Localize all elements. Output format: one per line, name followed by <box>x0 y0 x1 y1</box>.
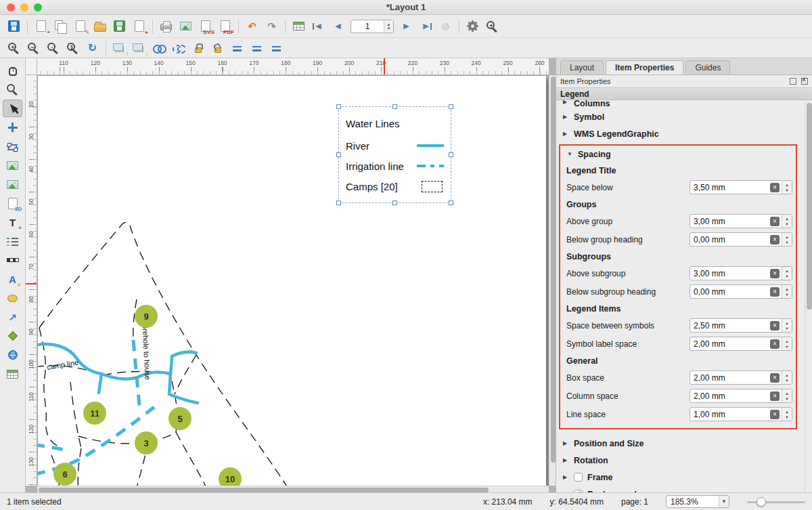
add-items-from-template-button[interactable]: ▸ <box>129 18 149 35</box>
above-subgroup-input[interactable]: 3,00 mm×▲▼ <box>690 266 792 280</box>
zoom-tool-button[interactable] <box>3 81 22 98</box>
below-subgroup-heading-input[interactable]: 0,00 mm×▲▼ <box>690 284 792 299</box>
zoom-full-button[interactable]: ▫ <box>43 39 63 57</box>
print-layout-button[interactable] <box>156 18 176 35</box>
line-space-input[interactable]: 1,00 mm×▲▼ <box>690 407 792 421</box>
layout-manager-button[interactable]: ✎ <box>70 18 90 35</box>
above-group-input[interactable]: 3,00 mm×▲▼ <box>690 214 792 228</box>
zoom-out-button[interactable]: − <box>24 39 43 57</box>
section-symbol[interactable]: ▶Symbol <box>556 108 804 125</box>
clear-icon[interactable]: × <box>770 235 780 245</box>
add-scalebar-button[interactable] <box>3 251 22 269</box>
scrollbar-thumb[interactable] <box>39 488 489 492</box>
section-columns[interactable]: ▶Columns <box>556 100 804 108</box>
map-item[interactable]: camp line Borehole to house 91153610 <box>38 76 546 486</box>
last-feature-button[interactable]: ▶ <box>416 18 436 35</box>
tab-item-properties[interactable]: Item Properties <box>606 60 683 75</box>
tab-layout[interactable]: Layout <box>560 60 604 75</box>
export-as-svg-button[interactable]: SVG <box>196 18 215 35</box>
add-north-arrow-button[interactable]: A★ <box>3 270 22 288</box>
clear-icon[interactable]: × <box>770 269 780 278</box>
legend-item-selected[interactable]: Water Lines RiverIrrigation lineCamps [2… <box>338 106 451 203</box>
add-attribute-table-button[interactable] <box>3 365 22 383</box>
move-item-content-button[interactable] <box>3 119 22 136</box>
add-shape-button[interactable] <box>3 289 22 307</box>
redo-button[interactable]: ↷ <box>262 18 281 35</box>
close-window-button[interactable] <box>7 3 15 12</box>
lock-items-button[interactable] <box>188 39 208 57</box>
scrollbar-thumb[interactable] <box>807 103 812 310</box>
open-layout-button[interactable] <box>90 18 110 35</box>
stepper-icon[interactable]: ▲▼ <box>782 285 792 298</box>
section-background[interactable]: ▶Background <box>556 486 804 492</box>
resize-handle[interactable] <box>392 200 397 205</box>
resize-handle[interactable] <box>449 200 453 205</box>
clear-icon[interactable]: × <box>770 373 780 383</box>
pan-layout-button[interactable] <box>3 62 22 79</box>
next-feature-button[interactable]: ▶ <box>397 18 416 35</box>
space-between-symbols-input[interactable]: 2,50 mm×▲▼ <box>690 318 792 333</box>
resize-handle[interactable] <box>336 152 341 157</box>
resize-items-button[interactable] <box>267 39 286 57</box>
atlas-feature-number-input[interactable]: 1▲▼ <box>351 20 394 33</box>
edit-nodes-item-button[interactable] <box>3 137 22 155</box>
close-panel-icon[interactable] <box>801 78 808 85</box>
add-3d-map-button[interactable]: 3D <box>3 194 22 212</box>
panel-scrollbar[interactable] <box>805 100 812 492</box>
clear-icon[interactable]: × <box>770 339 780 349</box>
add-label-button[interactable]: T+ <box>3 213 22 231</box>
unlock-items-button[interactable] <box>208 39 227 57</box>
stepper-icon[interactable]: ▲▼ <box>782 389 792 402</box>
scrollbar-thumb[interactable] <box>551 77 556 463</box>
resize-handle[interactable] <box>449 104 453 109</box>
add-node-item-button[interactable] <box>3 327 22 345</box>
refresh-view-button[interactable]: ↻ <box>83 39 102 57</box>
clear-icon[interactable]: × <box>770 410 780 419</box>
previous-feature-button[interactable]: ◀ <box>328 18 348 35</box>
vertical-scrollbar[interactable] <box>549 75 556 486</box>
minimize-window-button[interactable] <box>20 3 28 12</box>
section-wms-legendgraphic[interactable]: ▶WMS LegendGraphic <box>556 125 804 142</box>
chevron-down-icon[interactable]: ▼ <box>719 496 729 507</box>
stepper-icon[interactable]: ▲▼ <box>782 233 792 246</box>
zoom-in-button[interactable]: + <box>4 39 24 57</box>
frame-checkbox[interactable] <box>574 473 583 482</box>
raise-items-button[interactable]: ↑ <box>110 39 129 57</box>
stepper-icon[interactable]: ▲▼ <box>782 408 792 421</box>
zoom-actual-button[interactable]: 1 <box>63 39 83 57</box>
float-panel-icon[interactable] <box>790 78 796 85</box>
zoom-to-feature-button[interactable]: + <box>482 18 502 35</box>
export-as-pdf-button[interactable]: PDF <box>215 18 235 35</box>
preview-atlas-button[interactable] <box>289 18 309 35</box>
add-picture-button[interactable] <box>3 175 22 193</box>
resize-handle[interactable] <box>336 200 341 205</box>
ungroup-items-button[interactable] <box>168 39 188 57</box>
zoom-window-button[interactable] <box>34 3 42 12</box>
clear-icon[interactable]: × <box>770 183 780 192</box>
group-items-button[interactable] <box>149 39 168 57</box>
distribute-items-button[interactable] <box>247 39 267 57</box>
resize-handle[interactable] <box>449 152 453 157</box>
section-rotation[interactable]: ▶Rotation <box>556 452 804 469</box>
clear-icon[interactable]: × <box>770 321 780 331</box>
add-arrow-button[interactable]: ↗ <box>3 308 22 326</box>
resize-handle[interactable] <box>392 104 397 109</box>
select-move-item-button[interactable] <box>3 100 22 117</box>
save-as-template-button[interactable] <box>110 18 129 35</box>
first-feature-button[interactable]: ◀ <box>309 18 328 35</box>
stepper-icon[interactable]: ▲▼ <box>782 267 792 280</box>
clear-icon[interactable]: × <box>770 287 780 297</box>
stepper-icon[interactable]: ▲▼ <box>782 181 792 194</box>
horizontal-scrollbar[interactable] <box>37 486 549 492</box>
slider-thumb[interactable] <box>757 497 766 507</box>
duplicate-layout-button[interactable] <box>51 18 70 35</box>
atlas-preview-off-button[interactable]: ⊘ <box>436 18 455 35</box>
export-as-image-button[interactable] <box>176 18 196 35</box>
lower-items-button[interactable]: ↓ <box>129 39 149 57</box>
section-spacing[interactable]: ▼Spacing <box>560 146 792 163</box>
below-group-heading-input[interactable]: 0,00 mm×▲▼ <box>690 232 792 247</box>
symbol-label-space-input[interactable]: 2,00 mm×▲▼ <box>690 337 792 351</box>
canvas-viewport[interactable]: camp line Borehole to house 91153610 <box>37 75 549 486</box>
stepper-icon[interactable]: ▲▼ <box>782 319 792 332</box>
undo-button[interactable]: ↶ <box>242 18 262 35</box>
